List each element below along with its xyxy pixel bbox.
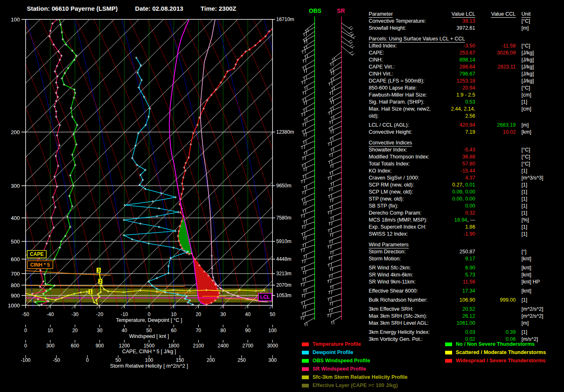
data-marker xyxy=(123,234,125,236)
dry-adiabat xyxy=(236,19,331,309)
table-section-header: Wind Parameters xyxy=(369,241,563,248)
axis-tick-label: 40 xyxy=(122,328,128,333)
table-row: Snowfall Height: 3972.61 [m] xyxy=(369,25,563,32)
table-section-header: Parcels: Using Surface Values LCL + CCL xyxy=(369,35,563,43)
wind-barb xyxy=(327,172,341,180)
wind-barb xyxy=(303,164,315,171)
srh-level-marker: 3 xyxy=(97,268,101,273)
param-label: 3km Effective SRH: xyxy=(369,306,441,313)
axis-tick-label: -40 xyxy=(47,312,54,317)
legend-item: Temperature Profile xyxy=(302,340,408,348)
table-row: Bulk Richardson Number: 106.90 999.00 [1… xyxy=(369,297,563,304)
legend-item: OBS Windspeed Profile xyxy=(302,357,408,365)
param-value-lcl: 6.90 xyxy=(441,264,475,272)
wind-barb xyxy=(341,31,355,39)
param-label: Effective Shear 6000: xyxy=(369,288,441,295)
param-unit: [m^2/s^2] xyxy=(516,313,563,320)
legend-swatch xyxy=(302,342,309,346)
data-marker xyxy=(56,65,58,67)
data-marker xyxy=(177,211,180,213)
data-marker xyxy=(147,116,150,118)
param-label: SR Wind 4km-6km: xyxy=(369,272,441,279)
wind-barb xyxy=(341,36,353,44)
legend-severity: No / Non Severe ThunderstormsScattered /… xyxy=(445,340,546,365)
dry-adiabat xyxy=(289,19,367,309)
param-unit: [J/kg] xyxy=(516,50,563,57)
param-value-ccl: -11.58 xyxy=(475,43,516,50)
wind-barb xyxy=(328,224,341,232)
wind-barb xyxy=(329,87,341,95)
wind-barb xyxy=(331,67,341,75)
data-marker xyxy=(233,67,235,70)
wind-barb xyxy=(329,149,341,157)
param-unit: [1] xyxy=(516,189,563,196)
pressure-label: 900 xyxy=(11,293,20,299)
axis-tick-label: 0 xyxy=(148,312,151,317)
wind-barb xyxy=(328,190,341,198)
param-unit: [m] xyxy=(516,122,563,129)
param-value-lcl: 0.32 xyxy=(441,210,475,217)
data-marker xyxy=(134,144,137,147)
svg-text:3: 3 xyxy=(97,268,100,273)
param-value-lcl: 20.52 xyxy=(441,306,475,313)
parameters-table: Parameter Value LCL Value CCL UnitConvec… xyxy=(369,11,563,343)
data-marker xyxy=(63,83,65,86)
param-value-ccl: 2663.19 xyxy=(475,122,516,129)
param-value-lcl: 1.86 xyxy=(441,224,475,231)
dry-adiabat xyxy=(271,19,366,309)
pressure-label: 100 xyxy=(11,17,20,23)
param-value-lcl: 2.44, 2.14, 2.56 xyxy=(441,106,475,120)
axis-tick-label: 0 xyxy=(24,328,27,333)
axis-title: Windspeed [ knt ] xyxy=(129,333,169,339)
param-value-lcl: 5.73 xyxy=(441,272,475,279)
axis-tick-label: 40 xyxy=(245,312,251,317)
wind-barb xyxy=(331,316,341,324)
wind-barb xyxy=(327,276,341,283)
legend-swatch xyxy=(445,351,452,354)
table-row: 3km Effective SRH: 20.52 [m^2/s^2] xyxy=(369,306,563,313)
param-label: CINH: xyxy=(369,57,441,64)
param-label: SR Wind Sfc-2km: xyxy=(369,264,441,272)
axis-tick-label: 1200 xyxy=(119,343,130,349)
legend-item: Widespread / Severe Thunderstorms xyxy=(445,357,546,365)
data-marker xyxy=(55,100,57,102)
param-label: 3km Energy Helicity Index: xyxy=(369,329,441,336)
axis-tick-label: -50 xyxy=(22,312,29,317)
param-value-ccl: 3026.09 xyxy=(475,50,516,57)
table-row: SCP LM (new, old): 0.09, 0.00 [1] xyxy=(369,189,563,196)
param-label: CAPE Virt.: xyxy=(369,64,441,71)
pressure-label: 800 xyxy=(11,282,20,288)
param-unit: [1] xyxy=(516,329,563,336)
axis-title: Storm Relative Helicity [ m^2/s^2 ] xyxy=(110,363,188,369)
param-value-lcl: 36.88 xyxy=(441,153,475,161)
data-marker xyxy=(181,182,183,185)
data-marker xyxy=(74,164,76,166)
dewpoint_profile xyxy=(123,57,194,306)
param-label: Derecho Comp Param: xyxy=(369,210,441,217)
moist-adiabat xyxy=(122,19,175,309)
table-row: Craven SigSvr / 1000: 4.37 [m^3/s^3] xyxy=(369,175,563,182)
wind-barb xyxy=(341,23,353,30)
data-marker xyxy=(71,153,73,156)
param-label: Snowfall Height: xyxy=(369,25,441,32)
param-unit: [°C] xyxy=(516,85,563,92)
dry-adiabat xyxy=(40,19,135,309)
table-row: Storm Motion: 9.17 [knt] xyxy=(369,255,563,262)
legend-swatch xyxy=(302,367,309,371)
cinh-profile-segment xyxy=(225,299,256,299)
param-value-lcl: 1253.18 xyxy=(441,78,475,85)
srh-level-marker: 2 xyxy=(98,279,102,284)
wind-barb xyxy=(327,207,341,215)
param-unit: [J/kg] xyxy=(516,57,563,64)
param-unit: [°C] xyxy=(516,18,563,25)
param-unit: [knt] xyxy=(516,272,563,279)
wind-barb xyxy=(301,176,315,183)
param-value-lcl: 39.13 xyxy=(441,18,475,25)
param-unit: [1] xyxy=(516,203,563,210)
param-label: KO Index: xyxy=(369,168,441,175)
data-marker xyxy=(59,24,62,26)
table-row: MCS 18m/s (MMP, MSP): 18.94, --- [%] xyxy=(369,217,563,224)
param-value-lcl: -15.44 xyxy=(441,168,475,175)
param-unit: [1] xyxy=(516,168,563,175)
param-unit: [°C] xyxy=(516,43,563,50)
